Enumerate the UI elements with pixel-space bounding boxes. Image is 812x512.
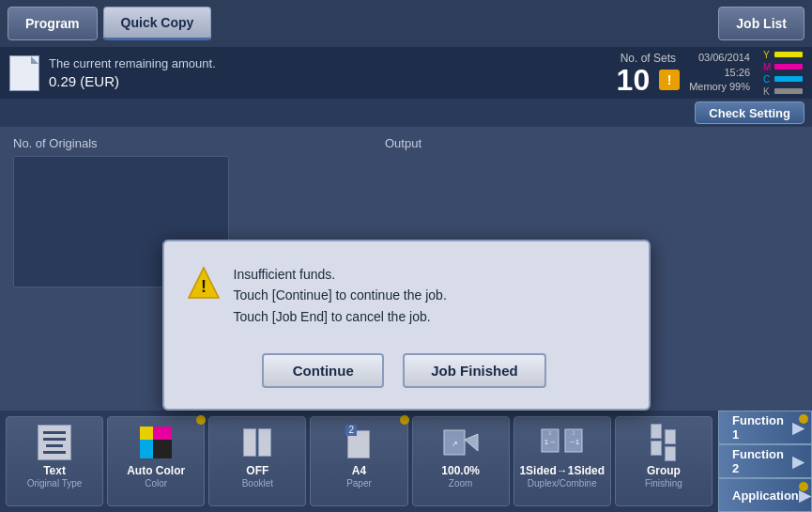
function2-arrow-icon: ▶ [792,453,804,471]
time-display: 15:26 [689,66,750,80]
status-text-area: The current remaining amount. 0.29 (EUR) [49,56,607,89]
duplex-icon: 1→ 2 →1 2 [541,423,584,462]
color-tool-sublabel: Color [145,478,167,489]
modal-overlay: ! Insufficient funds. Touch [Continue] t… [0,127,812,329]
paper-icon-tool: 2 [347,423,370,462]
svg-text:!: ! [201,277,207,296]
main-area: No. of Originals Output ! Insufficient f… [0,127,812,329]
finishing-tool-label: Group [647,464,681,477]
ink-y-row: Y [763,50,803,60]
duplex-tool-label: 1Sided→1Sided [519,464,605,477]
function2-label: Function 2 [732,447,792,475]
check-setting-button[interactable]: Check Setting [695,101,804,124]
modal-dialog: ! Insufficient funds. Touch [Continue] t… [162,240,651,411]
application-arrow-icon: ▶ [799,487,810,504]
ink-section: Y M C K [763,50,803,97]
text-tool-item[interactable]: Text Original Type [6,416,103,506]
application-button[interactable]: Application ▶ [718,478,812,512]
ink-c-bar [774,76,803,82]
booklet-tool-item[interactable]: OFF Booklet [208,416,306,506]
svg-marker-3 [465,434,478,451]
ink-y-label: Y [763,50,773,60]
status-message: The current remaining amount. [49,56,607,70]
color-icon [140,423,172,462]
booklet-tool-label: OFF [246,464,268,477]
modal-content: ! Insufficient funds. Touch [Continue] t… [187,264,622,327]
group-icon [651,423,676,462]
svg-text:↗: ↗ [451,440,457,448]
application-label: Application [732,489,799,503]
paper-tool-item[interactable]: 2 A4 Paper [310,416,407,506]
warning-icon: ! [659,70,680,90]
function1-label: Function 1 [732,413,792,442]
color-tool-item[interactable]: Auto Color Color [107,416,205,506]
paper-dot-indicator [400,415,409,425]
modal-line1: Insufficient funds. [234,264,447,285]
zoom-tool-sublabel: Zoom [449,478,473,489]
paper-tool-label: A4 [352,464,366,477]
color-dot-indicator [196,415,206,425]
function2-button[interactable]: Function 2 ▶ [718,444,812,478]
duplex-tool-sublabel: Duplex/Combine [528,478,597,489]
paper-tool-sublabel: Paper [346,478,372,489]
continue-button[interactable]: Continue [262,353,384,388]
joblist-button[interactable]: Job List [718,7,804,40]
modal-buttons: Continue Job Finished [187,353,622,388]
ink-c-row: C [763,74,803,85]
zoom-tool-item[interactable]: ↗ 100.0% Zoom [412,416,510,506]
zoom-tool-label: 100.0% [441,464,480,477]
modal-text: Insufficient funds. Touch [Continue] to … [234,264,447,327]
text-tool-sublabel: Original Type [27,478,83,489]
ink-m-row: M [763,62,803,72]
duplex-tool-item[interactable]: 1→ 2 →1 2 1Sided→1Sided Duplex/Combine [513,416,611,506]
booklet-icon [243,423,271,462]
color-tool-label: Auto Color [127,464,185,477]
ink-m-bar [774,64,803,70]
tool-items-container: Text Original Type Auto Color Color [0,411,718,512]
ink-k-bar [774,88,803,94]
program-button[interactable]: Program [8,7,98,40]
text-icon [38,423,71,462]
booklet-tool-sublabel: Booklet [242,478,273,489]
sets-section: No. of Sets 10 ! [617,52,681,95]
memory-display: Memory 99% [689,80,750,94]
bottom-toolbar: Text Original Type Auto Color Color [0,411,812,512]
job-finished-button[interactable]: Job Finished [403,353,546,388]
warning-triangle-icon: ! [187,266,221,300]
function-panel: Function 1 ▶ Function 2 ▶ Application ▶ [718,411,812,512]
modal-line2: Touch [Continue] to continue the job. [234,285,447,305]
zoom-icon: ↗ [442,423,480,462]
svg-text:→1: →1 [568,438,580,446]
quickcopy-button[interactable]: Quick Copy [103,7,212,40]
ink-m-label: M [763,62,773,72]
datetime-section: 03/06/2014 15:26 Memory 99% [689,51,750,94]
ink-k-label: K [763,86,773,97]
amount-display: 0.29 (EUR) [49,73,607,89]
finishing-tool-item[interactable]: Group Finishing [615,416,712,506]
svg-text:1→: 1→ [544,438,556,446]
ink-y-bar [774,52,803,57]
function1-arrow-icon: ▶ [792,419,804,437]
check-setting-bar: Check Setting [0,99,812,127]
function1-button[interactable]: Function 1 ▶ [718,411,812,444]
paper-icon [9,55,39,91]
sets-value: 10 [617,65,651,95]
finishing-tool-sublabel: Finishing [645,478,682,489]
top-bar: Program Quick Copy Job List [0,0,812,47]
modal-line3: Touch [Job End] to cancel the job. [234,306,447,327]
status-bar: The current remaining amount. 0.29 (EUR)… [0,47,812,99]
ink-c-label: C [763,74,773,85]
text-tool-label: Text [43,464,66,477]
date-display: 03/06/2014 [689,51,750,65]
ink-k-row: K [763,86,803,97]
